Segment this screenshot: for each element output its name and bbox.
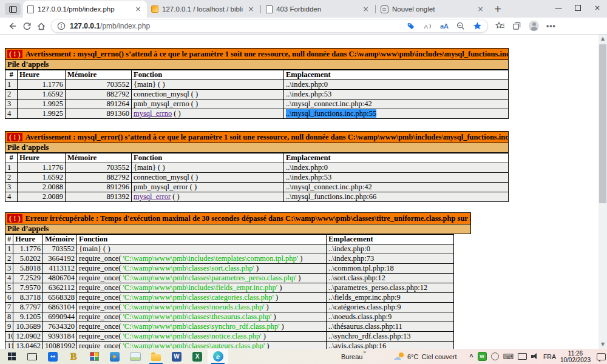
stack-column-header: Heure (13, 235, 43, 244)
fatal-error-badge: ( ! ) (7, 214, 22, 223)
stack-cell-mem: 891296 (66, 183, 132, 192)
read-aloud-icon[interactable]: A (423, 22, 432, 30)
taskbar-file-explorer[interactable] (146, 349, 166, 364)
profile-avatar[interactable] (529, 21, 539, 31)
home-button[interactable] (34, 21, 49, 31)
settings-menu-icon[interactable]: ••• (546, 22, 556, 30)
close-tab-icon[interactable]: × (246, 5, 256, 13)
close-tab-icon[interactable]: × (134, 5, 143, 13)
language-indicator[interactable]: FRA (543, 353, 556, 360)
function-text: require_once( (79, 293, 123, 302)
stack-cell-function: pmb_mysql_error ( ) (132, 183, 284, 192)
error-block: ( ! )Erreur irrécupérable : Temps d'exéc… (5, 212, 471, 349)
weather-widget[interactable]: ☁ 6°C Ciel couvert (393, 349, 457, 364)
url-path: /pmb/index.php (100, 22, 150, 30)
error-message: ( ! )Avertissement : mysql_error() s’att… (5, 131, 509, 143)
taskbar-remote-viewer[interactable] (125, 349, 146, 364)
excel-icon: X (192, 352, 202, 362)
collections-icon[interactable] (512, 21, 521, 30)
taskbar-app-b[interactable]: B (63, 349, 84, 364)
stack-cell-num: 3 (5, 99, 18, 109)
stack-cell-location: ..\synchro_rdf.class.php:13 (327, 332, 454, 342)
taskbar-teamviewer[interactable]: ↔ (42, 349, 63, 364)
stack-cell-location: ..\sort.class.php:12 (327, 274, 454, 283)
stack-cell-location: ..\common.tpl.php:18 (327, 264, 454, 274)
tab-title: 403 Forbidden (276, 5, 358, 13)
word-icon: W (172, 352, 181, 362)
close-tab-icon[interactable]: × (476, 5, 485, 13)
stack-cell-location: ..\mysql_connect.inc.php:42 (284, 183, 509, 192)
onedrive-icon[interactable] (491, 352, 499, 360)
taskbar-edge[interactable]: e (208, 349, 228, 364)
function-arg-string: 'C:\wamp\www\pmb\classes\notice.class.ph… (123, 332, 262, 340)
zoom-out-icon[interactable] (456, 22, 465, 30)
tab-actions-button[interactable] (5, 3, 21, 15)
windows-logo-icon (8, 352, 16, 360)
stack-cell-function: mysql_error ( ) (132, 192, 284, 202)
favorites-hub-icon[interactable] (495, 21, 505, 30)
task-view-button[interactable] (22, 349, 42, 364)
url-text[interactable]: 127.0.0.1/pmb/index.php (70, 22, 150, 30)
close-window-button[interactable]: × (588, 0, 607, 16)
stack-cell-mem: 7634320 (43, 322, 77, 332)
keyboard-icon[interactable]: ⌨ (503, 352, 514, 361)
scrollbar-thumb[interactable] (599, 44, 606, 203)
stack-column-header: Mémoire (66, 70, 132, 80)
tab-nouvel-onglet[interactable]: Nouvel onglet × (376, 1, 489, 18)
clock[interactable]: 11:26 10/02/2023 (560, 350, 591, 363)
favorite-star-icon[interactable] (473, 21, 482, 30)
taskbar-media-player[interactable]: ▶ (104, 349, 125, 364)
stack-cell-function: require_once( 'C:\wamp\www\pmb\classes\t… (77, 312, 327, 322)
stack-cell-time: 2.0089 (18, 192, 66, 202)
function-text: ) (262, 332, 266, 340)
notification-center-icon[interactable] (597, 353, 606, 360)
minimize-button[interactable]: — (549, 0, 568, 16)
site-info-icon[interactable] (57, 22, 66, 30)
scroll-up-arrow[interactable]: ▲ (599, 35, 607, 43)
stack-cell-mem: 3664192 (43, 254, 77, 264)
function-text: require_once( (79, 254, 123, 263)
vertical-scrollbar[interactable]: ▲ ▼ (599, 35, 607, 349)
toolbar-chevron-icon[interactable]: » (363, 349, 367, 355)
start-button[interactable] (1, 349, 22, 364)
refresh-button[interactable] (19, 21, 34, 30)
back-button[interactable] (5, 21, 19, 31)
taskbar-app-tiles[interactable] (84, 349, 104, 364)
function-text: ( ) (171, 192, 180, 201)
taskbar-word[interactable]: W (166, 349, 187, 364)
taskbar-excel[interactable]: X (187, 349, 208, 364)
stack-cell-mem: 6362112 (43, 283, 77, 293)
stack-cell-function: {main} ( ) (77, 244, 327, 254)
stack-column-header: Heure (18, 70, 66, 80)
edge-icon: e (213, 351, 223, 362)
error-text: Avertissement : mysql_error() s’attend à… (25, 133, 509, 141)
folder-icon (151, 354, 161, 361)
tab-pmb-index[interactable]: 127.0.0.1/pmb/index.php × (23, 1, 147, 18)
stack-row: 42.0089891392mysql_error ( )..\mysql_fun… (5, 192, 509, 202)
shopping-tag-icon[interactable] (407, 22, 415, 30)
stack-column-header: Heure (18, 153, 66, 163)
function-doc-link[interactable]: mysql_error (134, 192, 171, 201)
translate-icon[interactable]: aA (440, 22, 449, 30)
stack-cell-function: {main} ( ) (132, 163, 284, 173)
function-text: pmb_mysql_errno ( ) (134, 99, 198, 108)
stack-cell-location: ..\index.php:73 (327, 254, 454, 264)
bureau-toolbar-label[interactable]: Bureau (341, 353, 362, 360)
tab-403-forbidden[interactable]: 403 Forbidden × (262, 1, 375, 18)
network-display-icon[interactable] (518, 353, 527, 360)
function-doc-link[interactable]: mysql_errno (134, 109, 172, 118)
address-bar[interactable]: 127.0.0.1/pmb/index.php A aA (51, 19, 488, 33)
hidden-icons-caret[interactable]: ^ (469, 353, 473, 360)
stack-cell-num: 2 (5, 90, 18, 99)
volume-icon[interactable] (531, 353, 539, 360)
close-tab-icon[interactable]: × (361, 5, 370, 13)
stack-cell-time: 1.9925 (18, 109, 66, 119)
stack-cell-function: require_once( 'C:\wamp\www\pmb\classes\a… (77, 342, 327, 349)
wamp-server-icon[interactable]: W (478, 352, 487, 361)
scroll-down-arrow[interactable]: ▼ (599, 340, 607, 349)
function-arg-string: 'C:\wamp\www\pmb\classes\sort.class.php' (123, 264, 254, 272)
stack-column-header: Emplacement (284, 70, 509, 80)
maximize-button[interactable] (568, 0, 588, 16)
tab-phpmyadmin[interactable]: 127.0.0.1 / localhost / bibli | phpM × (147, 1, 260, 18)
new-tab-button[interactable]: + (490, 2, 505, 16)
